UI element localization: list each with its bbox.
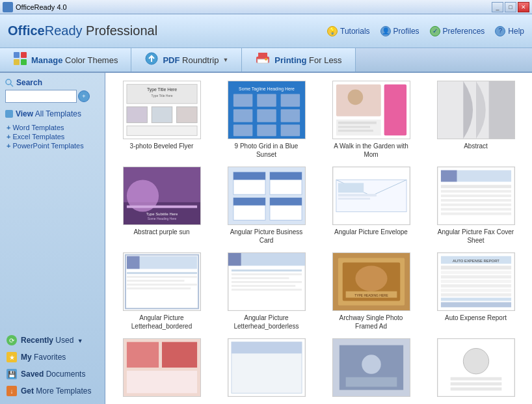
svg-rect-61 (338, 198, 369, 200)
svg-rect-101 (440, 275, 511, 278)
svg-rect-52 (269, 172, 301, 180)
template-item[interactable]: Abstract (427, 81, 524, 159)
saved-documents-item[interactable]: 💾 Saved Documents (3, 366, 102, 382)
template-item[interactable] (323, 338, 419, 399)
svg-rect-17 (176, 107, 196, 123)
svg-rect-25 (257, 109, 276, 122)
svg-line-10 (10, 84, 13, 87)
template-item[interactable]: Type Title Here Type Title Here 3-photo … (113, 81, 210, 159)
template-label: Angular Picture Business Card (228, 228, 306, 245)
svg-rect-54 (269, 198, 301, 206)
profiles-label: Profiles (393, 27, 419, 36)
template-grid: Type Title Here Type Title Here 3-photo … (111, 78, 527, 402)
logo-ready: Ready (45, 23, 83, 38)
my-favorites-item[interactable]: ★ My Favorites (3, 349, 102, 365)
title-text: OfficeReady 4.0 (16, 3, 67, 11)
template-item[interactable]: Angular Picture Letterhead_bordered (113, 252, 210, 330)
get-more-icon: ↓ (7, 386, 17, 396)
content-area[interactable]: Type Title Here Type Title Here 3-photo … (105, 73, 532, 404)
svg-rect-79 (126, 284, 196, 286)
tutorials-label: Tutorials (340, 27, 370, 36)
pdf-dropdown-arrow: ▼ (222, 57, 228, 63)
template-label: 3-photo Beveled Flyer (130, 142, 194, 150)
recently-used-item[interactable]: ⟳ Recently Used ▼ (3, 332, 102, 348)
get-more-templates-item[interactable]: ↓ Get More Templates (3, 383, 102, 399)
app-title: OfficeReady 4.0 (3, 2, 67, 12)
template-item[interactable]: Some Tagline Heading Here 9 Photo Grid i… (218, 81, 315, 159)
svg-point-117 (362, 355, 381, 374)
pdf-icon (144, 51, 159, 69)
svg-rect-35 (338, 122, 376, 124)
template-item[interactable]: Angular Picture Fax Cover Sheet (427, 167, 524, 245)
svg-rect-99 (440, 265, 511, 269)
help-nav[interactable]: ? Help (495, 26, 524, 36)
template-thumb-bottom1 (123, 338, 201, 397)
svg-rect-87 (231, 281, 301, 283)
svg-rect-105 (440, 293, 511, 297)
template-item[interactable]: Type Subtitle Here Some Heading Here Abs… (113, 167, 210, 245)
svg-rect-118 (345, 377, 397, 387)
view-section: View All Templates (3, 108, 102, 120)
restore-button[interactable]: □ (505, 2, 516, 12)
printing-icon (255, 51, 271, 69)
template-thumb-angpicfax (437, 167, 515, 225)
svg-rect-107 (440, 302, 511, 307)
svg-rect-110 (162, 342, 197, 368)
search-icon (5, 79, 14, 87)
svg-rect-80 (126, 288, 190, 290)
powerpoint-templates-link[interactable]: + PowerPoint Templates (7, 142, 98, 150)
window-controls: _ □ ✕ (492, 2, 529, 12)
pdf-roundtrip-text: PDF Roundtrip (163, 55, 219, 65)
svg-rect-109 (126, 342, 158, 368)
check-icon: ✓ (430, 26, 440, 36)
pdf-roundtrip-tab[interactable]: PDF Roundtrip ▼ (131, 48, 242, 72)
person-icon: 👤 (380, 26, 391, 36)
template-item[interactable]: Angular Picture Business Card (218, 167, 315, 245)
template-thumb-bottom3 (332, 338, 410, 397)
svg-rect-70 (440, 208, 511, 211)
svg-rect-27 (233, 125, 252, 137)
minimize-button[interactable]: _ (492, 2, 503, 12)
manage-color-tab[interactable]: Manage Color Themes (0, 48, 131, 72)
template-item[interactable] (218, 338, 315, 399)
svg-rect-33 (384, 85, 406, 136)
search-input-row: + (5, 90, 100, 103)
svg-point-8 (265, 58, 267, 61)
template-thumb-purplesun: Type Subtitle Here Some Heading Here (123, 167, 201, 225)
svg-rect-1 (21, 52, 27, 58)
svg-rect-0 (14, 52, 20, 58)
template-item[interactable]: Angular Picture Letterhead_borderless (218, 252, 315, 330)
profiles-nav[interactable]: 👤 Profiles (380, 26, 419, 36)
view-all-templates[interactable]: View All Templates (5, 109, 100, 118)
close-button[interactable]: ✕ (518, 2, 529, 12)
svg-text:Some Heading Here: Some Heading Here (147, 217, 176, 221)
word-templates-link[interactable]: + Word Templates (7, 124, 98, 131)
svg-rect-104 (440, 289, 511, 292)
preferences-nav[interactable]: ✓ Preferences (430, 26, 485, 36)
search-go-button[interactable]: + (78, 90, 90, 102)
excel-templates-link[interactable]: + Excel Templates (7, 133, 98, 141)
template-thumb-angpicbc (228, 167, 306, 225)
template-item[interactable] (427, 338, 524, 399)
svg-rect-123 (450, 387, 501, 390)
svg-rect-28 (257, 125, 276, 137)
template-item[interactable]: TYPE HEADING HERE Archway Single Photo F… (323, 252, 419, 330)
template-label: Angular Picture Letterhead_borderless (228, 314, 306, 330)
help-icon: ? (495, 26, 505, 36)
svg-rect-77 (126, 276, 196, 278)
template-label: 9 Photo Grid in a Blue Sunset (228, 142, 306, 159)
template-thumb-angpiclbl (228, 252, 306, 311)
printing-tab[interactable]: Printing For Less (242, 48, 355, 72)
template-thumb-angpiclb (123, 252, 201, 311)
template-item[interactable]: AUTO EXPENSE REPORT Auto Expense Report (427, 252, 524, 330)
printing-text: Printing For Less (274, 55, 341, 65)
template-item[interactable]: A Walk in the Garden with Mom (323, 81, 419, 159)
search-input[interactable] (5, 90, 77, 103)
template-thumb-3photo: Type Title Here Type Title Here (123, 81, 201, 139)
plus-icon-excel: + (7, 133, 10, 141)
template-item[interactable] (113, 338, 210, 399)
tutorials-nav[interactable]: 💡 Tutorials (327, 26, 370, 36)
top-nav: OfficeReady Professional 💡 Tutorials 👤 P… (0, 14, 532, 48)
template-item[interactable]: Angular Picture Envelope (323, 167, 419, 245)
template-links: + Word Templates + Excel Templates + Pow… (3, 121, 102, 152)
